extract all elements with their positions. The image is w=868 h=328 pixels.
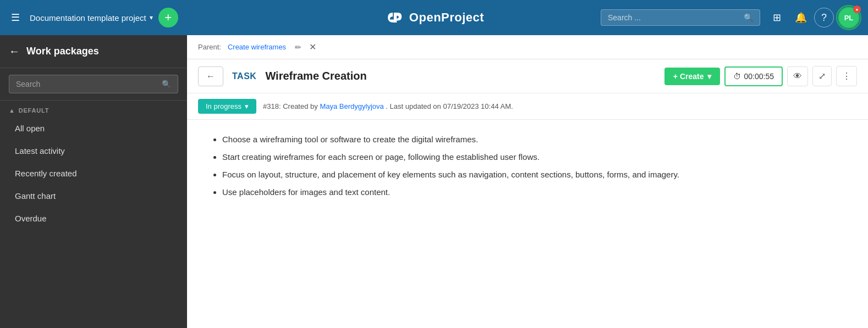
section-collapse-icon[interactable]: ▲ — [9, 107, 15, 114]
more-options-icon: ⋮ — [842, 71, 851, 81]
description-list: Choose a wireframing tool or software to… — [209, 133, 846, 199]
sidebar-title: Work packages — [26, 46, 99, 57]
main-layout: ← Work packages 🔍 ▲ DEFAULT All open Lat… — [0, 35, 868, 328]
more-options-button[interactable]: ⋮ — [836, 66, 857, 86]
status-meta: #318: Created by Maya Berdygylyjova . La… — [263, 102, 513, 110]
grid-icon: ⊞ — [773, 12, 781, 24]
sidebar-nav: ▲ DEFAULT All open Latest activity Recen… — [0, 101, 187, 230]
expand-button[interactable]: ⤢ — [812, 66, 832, 86]
sidebar: ← Work packages 🔍 ▲ DEFAULT All open Lat… — [0, 35, 187, 328]
avatar-wrapper: PL ● — [836, 5, 861, 30]
grid-icon-button[interactable]: ⊞ — [766, 7, 788, 29]
status-bar: In progress ▾ #318: Created by Maya Berd… — [187, 93, 868, 120]
list-item: Start creating wireframes for each scree… — [222, 151, 846, 164]
global-search-box[interactable]: 🔍 — [601, 9, 760, 26]
hamburger-icon[interactable]: ☰ — [7, 7, 24, 28]
project-name: Documentation template project — [30, 13, 146, 23]
sidebar-item-overdue[interactable]: Overdue — [0, 207, 187, 230]
sidebar-item-latest-activity[interactable]: Latest activity — [0, 140, 187, 162]
list-item: Choose a wireframing tool or software to… — [222, 133, 846, 146]
eye-icon: 👁 — [793, 71, 802, 81]
work-package-header: ← TASK Wireframe Creation + Create ▾ ⏱ 0… — [187, 59, 868, 93]
sidebar-search-box[interactable]: 🔍 — [9, 75, 178, 93]
avatar-initials: PL — [844, 14, 854, 22]
header-actions: + Create ▾ ⏱ 00:00:55 👁 ⤢ ⋮ — [664, 66, 857, 86]
timer-icon: ⏱ — [733, 72, 741, 81]
sidebar-item-all-open[interactable]: All open — [0, 117, 187, 140]
wp-type-label: TASK — [232, 71, 256, 81]
list-item: Focus on layout, structure, and placemen… — [222, 168, 846, 181]
section-label-text: DEFAULT — [19, 107, 50, 114]
search-icon: 🔍 — [744, 13, 753, 22]
list-item: Use placeholders for images and text con… — [222, 186, 846, 199]
edit-parent-icon[interactable]: ✏ — [295, 43, 301, 52]
top-nav: ☰ Documentation template project ▾ + Ope… — [0, 0, 868, 35]
meta-text: #318: Created by — [263, 102, 318, 110]
parent-breadcrumb: Parent: Create wireframes ✏ ✕ — [187, 35, 868, 59]
timer-value: 00:00:55 — [744, 72, 774, 81]
logo-area: OpenProject — [384, 8, 484, 27]
add-button[interactable]: + — [158, 8, 178, 27]
avatar-notification-badge: ● — [853, 5, 861, 13]
user-avatar-button[interactable]: PL ● — [838, 7, 860, 29]
sidebar-item-recently-created[interactable]: Recently created — [0, 162, 187, 185]
logo-text: OpenProject — [409, 10, 484, 25]
status-label: In progress — [206, 102, 241, 110]
search-input[interactable] — [608, 13, 739, 22]
sidebar-search-input[interactable] — [16, 80, 157, 88]
close-parent-icon[interactable]: ✕ — [309, 42, 316, 52]
sidebar-search-area: 🔍 — [0, 68, 187, 101]
sidebar-header: ← Work packages — [0, 35, 187, 68]
parent-link[interactable]: Create wireframes — [228, 43, 286, 51]
help-button[interactable]: ? — [814, 8, 834, 27]
expand-icon: ⤢ — [818, 71, 826, 81]
status-badge[interactable]: In progress ▾ — [198, 99, 256, 114]
sidebar-section-default: ▲ DEFAULT — [0, 101, 187, 117]
sidebar-search-icon: 🔍 — [162, 80, 171, 88]
timer-button[interactable]: ⏱ 00:00:55 — [724, 66, 783, 86]
sidebar-back-arrow[interactable]: ← — [9, 45, 20, 58]
parent-label: Parent: — [198, 43, 221, 51]
create-button-label: + Create — [673, 72, 704, 81]
meta-author-link[interactable]: Maya Berdygylyjova — [320, 102, 383, 110]
status-caret-icon: ▾ — [245, 102, 249, 110]
create-button[interactable]: + Create ▾ — [664, 68, 720, 85]
sidebar-item-gantt-chart[interactable]: Gantt chart — [0, 185, 187, 207]
notifications-button[interactable]: 🔔 — [790, 7, 812, 29]
meta-suffix: . Last updated on 07/19/2023 10:44 AM. — [386, 102, 513, 110]
nav-icons: ⊞ 🔔 ? PL ● — [766, 5, 861, 30]
project-caret-icon: ▾ — [150, 14, 153, 21]
bell-icon: 🔔 — [795, 12, 807, 24]
wp-title: Wireframe Creation — [265, 70, 366, 82]
project-selector[interactable]: Documentation template project ▾ — [30, 13, 153, 23]
openproject-logo-icon — [384, 8, 404, 27]
help-icon: ? — [821, 12, 827, 24]
create-caret-icon: ▾ — [707, 72, 711, 81]
eye-button[interactable]: 👁 — [787, 66, 808, 86]
content-area: Parent: Create wireframes ✏ ✕ ← TASK Wir… — [187, 35, 868, 328]
content-body: Choose a wireframing tool or software to… — [187, 120, 868, 328]
wp-back-button[interactable]: ← — [198, 66, 223, 86]
